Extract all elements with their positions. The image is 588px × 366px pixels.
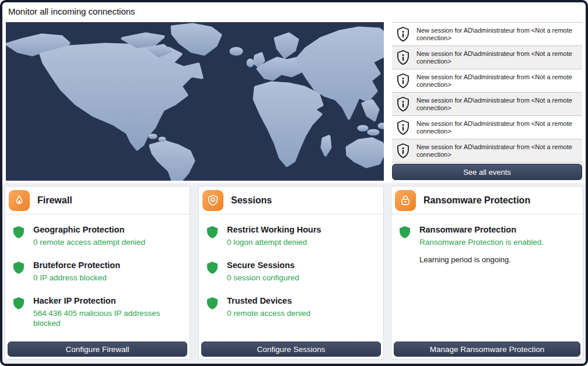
event-row: New session for AD\administrateur from <… <box>392 116 582 139</box>
feature-title: Geographic Protection <box>33 225 145 234</box>
sessions-panel: Sessions Restrict Working Hours 0 logon … <box>198 186 384 360</box>
feature-restrict-working-hours: Restrict Working Hours 0 logon attempt d… <box>206 225 377 247</box>
info-shield-icon <box>396 96 410 112</box>
configure-firewall-button[interactable]: Configure Firewall <box>8 342 187 357</box>
event-text: New session for AD\administrateur from <… <box>416 143 575 159</box>
world-map <box>6 22 384 181</box>
info-shield-icon <box>396 119 410 136</box>
sessions-panel-title: Sessions <box>231 195 272 206</box>
feature-status: 0 session configured <box>227 273 299 283</box>
info-shield-icon <box>396 50 410 66</box>
feature-title: Bruteforce Protection <box>33 261 120 270</box>
feature-status: 564 436 405 malicious IP addresses block… <box>33 308 179 328</box>
firewall-panel-header: Firewall <box>5 186 190 214</box>
event-row: New session for AD\administrateur from <… <box>392 69 582 93</box>
event-text: New session for AD\administrateur from <… <box>416 27 575 42</box>
feature-title: Hacker IP Protection <box>33 296 179 305</box>
feature-title: Secure Sessions <box>227 261 299 270</box>
event-feed: New session for AD\administrateur from <… <box>392 22 582 163</box>
shield-camera-icon <box>202 190 223 211</box>
firewall-panel-body: Geographic Protection 0 remote access at… <box>5 214 190 328</box>
ransomware-panel: Ransomware Protection Ransomware Protect… <box>391 186 583 360</box>
padlock-icon <box>395 190 416 211</box>
feature-trusted-devices: Trusted Devices 0 remote access denied <box>206 296 377 318</box>
green-shield-icon <box>206 261 218 283</box>
green-shield-icon <box>13 261 24 283</box>
feature-status: 0 IP address blocked <box>33 273 120 283</box>
feature-title: Ransomware Protection <box>419 225 544 234</box>
manage-ransomware-button[interactable]: Manage Ransomware Protection <box>394 342 580 357</box>
ransomware-panel-header: Ransomware Protection <box>391 186 583 214</box>
info-shield-icon <box>396 73 410 89</box>
feature-ransomware-protection: Ransomware Protection Ransomware Protect… <box>399 225 577 264</box>
green-shield-icon <box>206 297 218 318</box>
event-row: New session for AD\administrateur from <… <box>392 46 582 69</box>
event-text: New session for AD\administrateur from <… <box>416 73 575 89</box>
feature-geographic-protection: Geographic Protection 0 remote access at… <box>13 225 184 247</box>
flame-icon <box>9 190 30 211</box>
feature-bruteforce-protection: Bruteforce Protection 0 IP address block… <box>13 261 184 283</box>
event-text: New session for AD\administrateur from <… <box>416 120 575 135</box>
feature-status: 0 logon attempt denied <box>227 237 321 247</box>
green-shield-icon <box>13 297 24 328</box>
world-map-graphic <box>6 22 384 181</box>
info-shield-icon <box>396 143 410 159</box>
ransomware-panel-title: Ransomware Protection <box>424 195 530 206</box>
green-shield-icon <box>399 226 411 264</box>
green-shield-icon <box>13 226 24 247</box>
event-row: New session for AD\administrateur from <… <box>392 23 582 46</box>
feature-status: 0 remote access denied <box>227 308 310 318</box>
event-text: New session for AD\administrateur from <… <box>416 50 575 65</box>
green-shield-icon <box>206 226 218 247</box>
security-dashboard-window: Monitor all incoming connections <box>0 0 588 366</box>
see-all-events-button[interactable]: See all events <box>392 164 582 180</box>
feature-status: 0 remote access attempt denied <box>33 237 145 247</box>
feature-title: Trusted Devices <box>227 296 310 305</box>
firewall-panel: Firewall Geographic Protection 0 remote … <box>5 186 190 360</box>
feature-status: Ransomware Protection is enabled. <box>419 237 544 247</box>
firewall-panel-title: Firewall <box>37 195 72 206</box>
sessions-panel-body: Restrict Working Hours 0 logon attempt d… <box>199 214 383 318</box>
page-title: Monitor all incoming connections <box>8 6 135 16</box>
feature-note: Learning period is ongoing. <box>419 255 544 264</box>
event-row: New session for AD\administrateur from <… <box>392 93 582 116</box>
feature-secure-sessions: Secure Sessions 0 session configured <box>206 261 377 283</box>
ransomware-panel-body: Ransomware Protection Ransomware Protect… <box>391 214 583 264</box>
event-text: New session for AD\administrateur from <… <box>416 97 575 112</box>
event-row: New session for AD\administrateur from <… <box>392 139 582 163</box>
feature-title: Restrict Working Hours <box>227 225 321 234</box>
configure-sessions-button[interactable]: Configure Sessions <box>201 342 381 357</box>
feature-hacker-ip-protection: Hacker IP Protection 564 436 405 malicio… <box>13 296 184 328</box>
sessions-panel-header: Sessions <box>199 186 383 214</box>
info-shield-icon <box>396 26 410 43</box>
